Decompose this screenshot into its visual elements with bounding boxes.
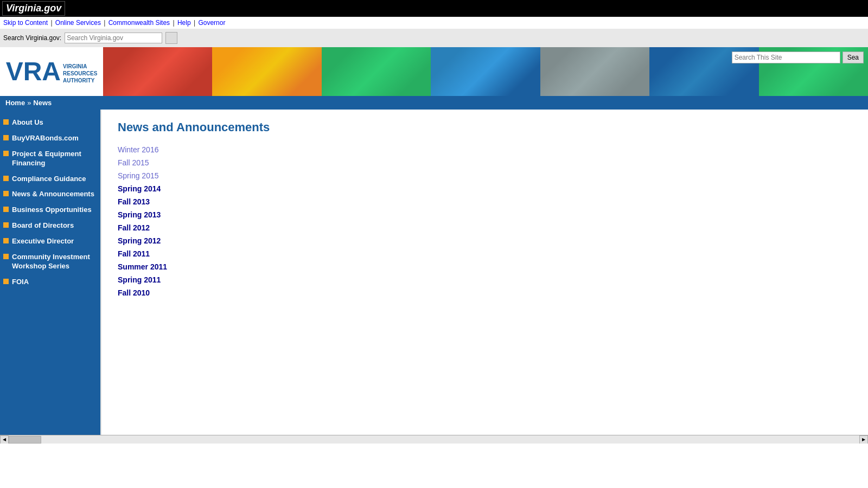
sidebar-bullet-foia: [3, 279, 9, 284]
content-area: News and Announcements Winter 2016Fall 2…: [100, 110, 868, 435]
sidebar-item-business-opportunities[interactable]: Business Opportunities: [0, 202, 100, 218]
breadcrumb-bar: Home » News: [0, 96, 868, 110]
search-va-label: Search Virginia.gov:: [3, 34, 61, 42]
top-bar: Virginia.gov: [0, 0, 868, 17]
news-item-2[interactable]: Spring 2015: [118, 171, 852, 180]
breadcrumb-separator: »: [27, 99, 31, 107]
banner-seg3: [322, 47, 431, 96]
sidebar-bullet-business-opportunities: [3, 207, 9, 212]
sidebar-bullet-community-investment: [3, 254, 9, 259]
skip-to-content-link[interactable]: Skip to Content: [3, 19, 48, 27]
nav-sep3: |: [173, 19, 176, 27]
sidebar-item-compliance-guidance[interactable]: Compliance Guidance: [0, 171, 100, 187]
site-search-input[interactable]: [732, 52, 840, 63]
online-services-link[interactable]: Online Services: [55, 19, 101, 27]
banner-seg1: [103, 47, 212, 96]
logo-line1: VIRGINIA: [63, 63, 97, 70]
scrollbar-bottom[interactable]: ◀ ▶: [0, 435, 868, 444]
scroll-thumb[interactable]: [9, 436, 41, 444]
sidebar-bullet-about-us: [3, 119, 9, 125]
banner-seg4: [431, 47, 540, 96]
sidebar-link-business-opportunities[interactable]: Business Opportunities: [12, 206, 92, 215]
logo-subtitle: VIRGINIA RESOURCES AUTHORITY: [63, 59, 97, 84]
sidebar-item-community-investment[interactable]: Community Investment Workshop Series: [0, 249, 100, 274]
sidebar-item-executive-director[interactable]: Executive Director: [0, 234, 100, 249]
sidebar-bullet-news-announcements: [3, 191, 9, 196]
governor-link[interactable]: Governor: [198, 19, 225, 27]
sidebar-item-buy-vra-bonds[interactable]: BuyVRABonds.com: [0, 131, 100, 146]
sidebar-item-board-of-directors[interactable]: Board of Directors: [0, 218, 100, 234]
sidebar-link-community-investment[interactable]: Community Investment Workshop Series: [12, 253, 96, 271]
logo-area: VRA VIRGINIA RESOURCES AUTHORITY: [0, 47, 103, 96]
news-item-6[interactable]: Fall 2012: [118, 223, 852, 232]
breadcrumb-home-link[interactable]: Home: [5, 99, 25, 107]
sidebar-bullet-executive-director: [3, 238, 9, 243]
scroll-left-arrow[interactable]: ◀: [0, 435, 9, 444]
news-item-3[interactable]: Spring 2014: [118, 184, 852, 193]
news-item-4[interactable]: Fall 2013: [118, 197, 852, 206]
news-item-5[interactable]: Spring 2013: [118, 210, 852, 219]
nav-sep4: |: [194, 19, 197, 27]
nav-sep1: |: [50, 19, 54, 27]
sidebar-link-news-announcements[interactable]: News & Announcements: [12, 190, 94, 199]
nav-links-bar: Skip to Content | Online Services | Comm…: [0, 17, 868, 29]
news-item-11[interactable]: Fall 2010: [118, 288, 852, 297]
sidebar-item-news-announcements[interactable]: News & Announcements: [0, 187, 100, 202]
sidebar: About UsBuyVRABonds.comProject & Equipme…: [0, 110, 100, 435]
sidebar-item-about-us[interactable]: About Us: [0, 115, 100, 131]
news-item-8[interactable]: Fall 2011: [118, 249, 852, 258]
sidebar-item-foia[interactable]: FOIA: [0, 274, 100, 290]
sidebar-link-board-of-directors[interactable]: Board of Directors: [12, 221, 74, 230]
sidebar-link-executive-director[interactable]: Executive Director: [12, 237, 74, 246]
scroll-right-arrow[interactable]: ▶: [859, 435, 868, 444]
search-va-bar: Search Virginia.gov:: [0, 29, 868, 47]
sidebar-link-project-equipment[interactable]: Project & Equipment Financing: [12, 150, 96, 168]
sidebar-bullet-board-of-directors: [3, 222, 9, 228]
banner-seg5: [540, 47, 649, 96]
vra-logo: VRA VIRGINIA RESOURCES AUTHORITY: [6, 59, 98, 85]
sidebar-link-about-us[interactable]: About Us: [12, 118, 43, 127]
search-va-button[interactable]: [165, 32, 177, 44]
nav-sep2: |: [104, 19, 107, 27]
logo-line3: AUTHORITY: [63, 77, 97, 84]
news-list: Winter 2016Fall 2015Spring 2015Spring 20…: [118, 145, 852, 297]
news-item-9[interactable]: Summer 2011: [118, 262, 852, 271]
scroll-track: [9, 435, 859, 444]
logo-vra-text: VRA: [6, 59, 61, 85]
site-search-area: Sea: [732, 52, 864, 63]
virginia-gov-logo[interactable]: Virginia.gov: [2, 1, 65, 16]
banner-seg2: [212, 47, 321, 96]
main-layout: About UsBuyVRABonds.comProject & Equipme…: [0, 110, 868, 435]
sidebar-bullet-project-equipment: [3, 151, 9, 156]
commonwealth-sites-link[interactable]: Commonwealth Sites: [108, 19, 170, 27]
header: VRA VIRGINIA RESOURCES AUTHORITY Sea: [0, 47, 868, 96]
search-va-input[interactable]: [65, 33, 162, 43]
help-link[interactable]: Help: [177, 19, 191, 27]
sidebar-bullet-buy-vra-bonds: [3, 135, 9, 140]
page-title: News and Announcements: [118, 120, 852, 134]
sidebar-link-foia[interactable]: FOIA: [12, 278, 29, 287]
sidebar-bullet-compliance-guidance: [3, 176, 9, 181]
news-item-7[interactable]: Spring 2012: [118, 236, 852, 245]
news-item-10[interactable]: Spring 2011: [118, 275, 852, 284]
sidebar-link-buy-vra-bonds[interactable]: BuyVRABonds.com: [12, 134, 79, 143]
logo-line2: RESOURCES: [63, 70, 97, 77]
breadcrumb-current: News: [33, 99, 52, 107]
sidebar-link-compliance-guidance[interactable]: Compliance Guidance: [12, 175, 86, 184]
news-item-1[interactable]: Fall 2015: [118, 158, 852, 167]
sidebar-item-project-equipment[interactable]: Project & Equipment Financing: [0, 146, 100, 171]
site-search-button[interactable]: Sea: [843, 52, 864, 63]
news-item-0[interactable]: Winter 2016: [118, 145, 852, 154]
